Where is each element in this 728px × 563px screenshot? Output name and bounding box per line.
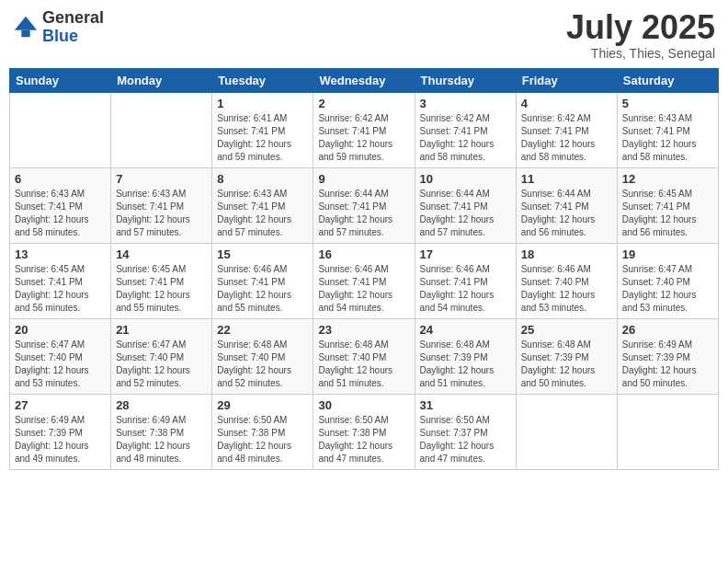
month-title: July 2025 <box>566 9 715 46</box>
day-number: 26 <box>622 323 713 337</box>
weekday-header-row: SundayMondayTuesdayWednesdayThursdayFrid… <box>10 68 719 92</box>
day-number: 27 <box>15 398 106 412</box>
day-info: Sunrise: 6:45 AM Sunset: 7:41 PM Dayligh… <box>116 263 207 315</box>
day-number: 22 <box>217 323 308 337</box>
calendar-cell: 30Sunrise: 6:50 AM Sunset: 7:38 PM Dayli… <box>313 394 415 469</box>
calendar-cell: 6Sunrise: 6:43 AM Sunset: 7:41 PM Daylig… <box>10 167 111 243</box>
calendar-cell <box>111 92 212 167</box>
day-number: 21 <box>116 323 207 337</box>
day-number: 20 <box>15 323 106 337</box>
day-info: Sunrise: 6:43 AM Sunset: 7:41 PM Dayligh… <box>622 112 713 164</box>
day-info: Sunrise: 6:48 AM Sunset: 7:39 PM Dayligh… <box>521 339 612 390</box>
weekday-header-wednesday: Wednesday <box>313 68 415 92</box>
day-number: 7 <box>116 172 207 186</box>
day-info: Sunrise: 6:50 AM Sunset: 7:37 PM Dayligh… <box>420 414 511 465</box>
logo-icon <box>13 15 39 40</box>
day-number: 6 <box>15 172 106 186</box>
calendar-cell: 8Sunrise: 6:43 AM Sunset: 7:41 PM Daylig… <box>212 167 313 243</box>
day-info: Sunrise: 6:46 AM Sunset: 7:41 PM Dayligh… <box>420 263 511 315</box>
calendar-cell: 2Sunrise: 6:42 AM Sunset: 7:41 PM Daylig… <box>313 92 415 167</box>
day-info: Sunrise: 6:42 AM Sunset: 7:41 PM Dayligh… <box>420 112 511 164</box>
calendar-cell: 29Sunrise: 6:50 AM Sunset: 7:38 PM Dayli… <box>212 394 313 469</box>
day-number: 5 <box>622 97 713 110</box>
calendar-week-row: 20Sunrise: 6:47 AM Sunset: 7:40 PM Dayli… <box>10 318 719 394</box>
day-info: Sunrise: 6:42 AM Sunset: 7:41 PM Dayligh… <box>318 112 409 164</box>
day-number: 17 <box>420 247 511 261</box>
day-info: Sunrise: 6:46 AM Sunset: 7:41 PM Dayligh… <box>318 263 409 315</box>
calendar-cell: 23Sunrise: 6:48 AM Sunset: 7:40 PM Dayli… <box>313 318 415 394</box>
day-info: Sunrise: 6:50 AM Sunset: 7:38 PM Dayligh… <box>217 414 308 465</box>
day-info: Sunrise: 6:48 AM Sunset: 7:40 PM Dayligh… <box>217 339 308 390</box>
day-number: 18 <box>521 247 612 261</box>
day-number: 19 <box>622 247 713 261</box>
calendar-cell: 11Sunrise: 6:44 AM Sunset: 7:41 PM Dayli… <box>516 167 617 243</box>
calendar-cell: 16Sunrise: 6:46 AM Sunset: 7:41 PM Dayli… <box>313 243 415 318</box>
day-info: Sunrise: 6:44 AM Sunset: 7:41 PM Dayligh… <box>420 188 511 239</box>
day-number: 25 <box>521 323 612 337</box>
calendar-cell: 28Sunrise: 6:49 AM Sunset: 7:38 PM Dayli… <box>111 394 212 469</box>
day-info: Sunrise: 6:42 AM Sunset: 7:41 PM Dayligh… <box>521 112 612 164</box>
day-info: Sunrise: 6:47 AM Sunset: 7:40 PM Dayligh… <box>15 339 106 390</box>
logo-text: General Blue <box>42 9 104 46</box>
calendar-cell: 10Sunrise: 6:44 AM Sunset: 7:41 PM Dayli… <box>415 167 516 243</box>
day-number: 11 <box>521 172 612 186</box>
day-info: Sunrise: 6:44 AM Sunset: 7:41 PM Dayligh… <box>521 188 612 239</box>
calendar-cell: 12Sunrise: 6:45 AM Sunset: 7:41 PM Dayli… <box>617 167 718 243</box>
calendar-cell: 15Sunrise: 6:46 AM Sunset: 7:41 PM Dayli… <box>212 243 313 318</box>
weekday-header-thursday: Thursday <box>415 68 516 92</box>
calendar-cell: 22Sunrise: 6:48 AM Sunset: 7:40 PM Dayli… <box>212 318 313 394</box>
calendar-cell: 7Sunrise: 6:43 AM Sunset: 7:41 PM Daylig… <box>111 167 212 243</box>
svg-marker-0 <box>15 17 37 30</box>
calendar-cell: 13Sunrise: 6:45 AM Sunset: 7:41 PM Dayli… <box>10 243 111 318</box>
logo-general: General <box>42 9 104 28</box>
calendar-cell: 27Sunrise: 6:49 AM Sunset: 7:39 PM Dayli… <box>10 394 111 469</box>
calendar-week-row: 27Sunrise: 6:49 AM Sunset: 7:39 PM Dayli… <box>10 394 719 469</box>
day-number: 13 <box>15 247 106 261</box>
page-header: General Blue July 2025 Thies, Thies, Sen… <box>9 9 719 61</box>
day-info: Sunrise: 6:41 AM Sunset: 7:41 PM Dayligh… <box>217 112 308 164</box>
day-number: 1 <box>217 97 308 110</box>
calendar-cell <box>617 394 718 469</box>
day-number: 9 <box>318 172 409 186</box>
calendar-cell: 20Sunrise: 6:47 AM Sunset: 7:40 PM Dayli… <box>10 318 111 394</box>
day-info: Sunrise: 6:50 AM Sunset: 7:38 PM Dayligh… <box>318 414 409 465</box>
logo: General Blue <box>13 9 104 46</box>
day-number: 28 <box>116 398 207 412</box>
day-number: 14 <box>116 247 207 261</box>
day-number: 29 <box>217 398 308 412</box>
day-number: 2 <box>318 97 409 110</box>
day-number: 24 <box>420 323 511 337</box>
day-info: Sunrise: 6:47 AM Sunset: 7:40 PM Dayligh… <box>622 263 713 315</box>
day-number: 4 <box>521 97 612 110</box>
day-number: 30 <box>318 398 409 412</box>
calendar-cell: 5Sunrise: 6:43 AM Sunset: 7:41 PM Daylig… <box>617 92 718 167</box>
location-title: Thies, Thies, Senegal <box>566 46 715 61</box>
calendar-week-row: 1Sunrise: 6:41 AM Sunset: 7:41 PM Daylig… <box>10 92 719 167</box>
calendar-cell: 21Sunrise: 6:47 AM Sunset: 7:40 PM Dayli… <box>111 318 212 394</box>
weekday-header-tuesday: Tuesday <box>212 68 313 92</box>
day-info: Sunrise: 6:43 AM Sunset: 7:41 PM Dayligh… <box>116 188 207 239</box>
day-number: 31 <box>420 398 511 412</box>
day-info: Sunrise: 6:48 AM Sunset: 7:39 PM Dayligh… <box>420 339 511 390</box>
calendar-cell <box>10 92 111 167</box>
calendar-cell: 14Sunrise: 6:45 AM Sunset: 7:41 PM Dayli… <box>111 243 212 318</box>
calendar-week-row: 6Sunrise: 6:43 AM Sunset: 7:41 PM Daylig… <box>10 167 719 243</box>
weekday-header-sunday: Sunday <box>10 68 111 92</box>
day-number: 8 <box>217 172 308 186</box>
calendar-cell: 4Sunrise: 6:42 AM Sunset: 7:41 PM Daylig… <box>516 92 617 167</box>
day-info: Sunrise: 6:46 AM Sunset: 7:40 PM Dayligh… <box>521 263 612 315</box>
calendar-cell: 25Sunrise: 6:48 AM Sunset: 7:39 PM Dayli… <box>516 318 617 394</box>
logo-blue: Blue <box>42 28 104 46</box>
day-info: Sunrise: 6:44 AM Sunset: 7:41 PM Dayligh… <box>318 188 409 239</box>
calendar: SundayMondayTuesdayWednesdayThursdayFrid… <box>9 68 719 470</box>
calendar-cell: 9Sunrise: 6:44 AM Sunset: 7:41 PM Daylig… <box>313 167 415 243</box>
weekday-header-saturday: Saturday <box>617 68 718 92</box>
day-info: Sunrise: 6:43 AM Sunset: 7:41 PM Dayligh… <box>15 188 106 239</box>
calendar-cell: 31Sunrise: 6:50 AM Sunset: 7:37 PM Dayli… <box>415 394 516 469</box>
day-number: 3 <box>420 97 511 110</box>
weekday-header-friday: Friday <box>516 68 617 92</box>
calendar-cell: 18Sunrise: 6:46 AM Sunset: 7:40 PM Dayli… <box>516 243 617 318</box>
day-number: 10 <box>420 172 511 186</box>
calendar-cell: 3Sunrise: 6:42 AM Sunset: 7:41 PM Daylig… <box>415 92 516 167</box>
day-info: Sunrise: 6:45 AM Sunset: 7:41 PM Dayligh… <box>15 263 106 315</box>
